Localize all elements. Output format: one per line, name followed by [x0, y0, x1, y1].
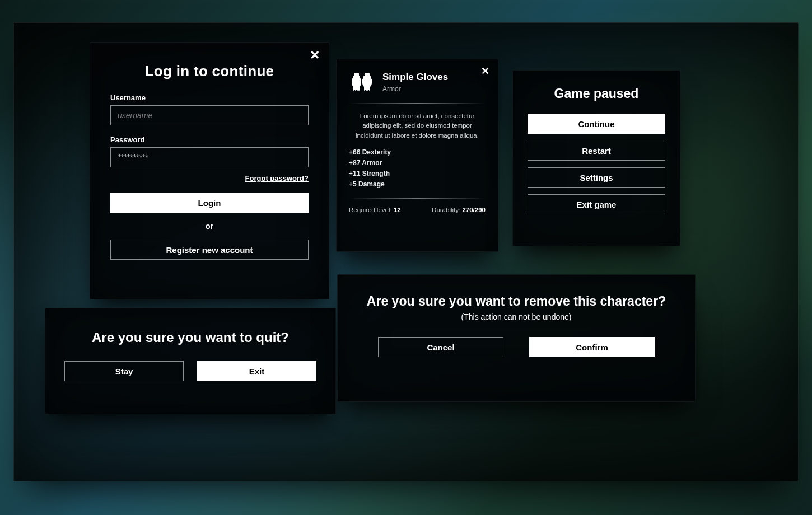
exit-game-button[interactable]: Exit game	[528, 194, 665, 214]
username-label: Username	[110, 93, 309, 102]
close-icon[interactable]: ✕	[309, 49, 321, 62]
cancel-button[interactable]: Cancel	[378, 337, 503, 357]
password-input[interactable]	[110, 147, 309, 167]
restart-button[interactable]: Restart	[528, 141, 665, 161]
settings-button[interactable]: Settings	[528, 167, 665, 188]
continue-button[interactable]: Continue	[528, 114, 665, 134]
remove-character-panel: Are you sure you want to remove this cha…	[337, 274, 696, 402]
login-or-divider: or	[110, 222, 309, 231]
remove-subtitle: (This action can not be undone)	[361, 312, 671, 321]
password-label: Password	[110, 135, 309, 144]
divider	[349, 103, 486, 104]
pause-menu-panel: Game paused Continue Restart Settings Ex…	[512, 70, 680, 246]
item-description: Lorem ipsum dolor sit amet, consectetur …	[349, 111, 486, 141]
item-name: Simple Gloves	[382, 72, 448, 83]
item-category: Armor	[382, 85, 448, 93]
login-panel: ✕ Log in to continue Username Password F…	[90, 42, 329, 299]
item-stat: +5 Damage	[349, 179, 486, 190]
forgot-password-link[interactable]: Forgot password?	[245, 174, 309, 182]
item-durability: Durability: 270/290	[432, 207, 486, 213]
item-stats: +66 Dexterity +87 Armor +11 Strength +5 …	[349, 147, 486, 190]
svg-point-0	[353, 90, 354, 91]
item-tooltip-panel: ✕ Simple Gloves Armor Lorem ipsum dolor …	[336, 59, 498, 252]
login-button[interactable]: Login	[110, 193, 309, 213]
svg-point-6	[367, 90, 368, 91]
item-required-level: Required level: 12	[349, 207, 401, 213]
item-stat: +11 Strength	[349, 168, 486, 179]
pause-title: Game paused	[528, 86, 665, 101]
exit-button[interactable]: Exit	[197, 361, 316, 381]
quit-confirm-panel: Are you sure you want to quit? Stay Exit	[45, 308, 336, 414]
quit-title: Are you sure you want to quit?	[64, 330, 316, 345]
confirm-button[interactable]: Confirm	[529, 337, 655, 357]
divider	[349, 198, 486, 199]
item-stat: +87 Armor	[349, 158, 486, 168]
svg-point-2	[357, 90, 358, 91]
stay-button[interactable]: Stay	[64, 361, 184, 381]
svg-point-1	[355, 90, 356, 91]
svg-point-5	[366, 90, 367, 91]
svg-point-7	[369, 90, 370, 91]
close-icon[interactable]: ✕	[479, 65, 491, 77]
gloves-icon	[349, 69, 375, 95]
register-button[interactable]: Register new account	[110, 240, 309, 260]
login-title: Log in to continue	[110, 63, 309, 80]
remove-title: Are you sure you want to remove this cha…	[361, 294, 671, 309]
username-input[interactable]	[110, 105, 309, 125]
item-stat: +66 Dexterity	[349, 147, 486, 158]
svg-point-3	[358, 90, 360, 91]
svg-point-4	[364, 90, 365, 91]
